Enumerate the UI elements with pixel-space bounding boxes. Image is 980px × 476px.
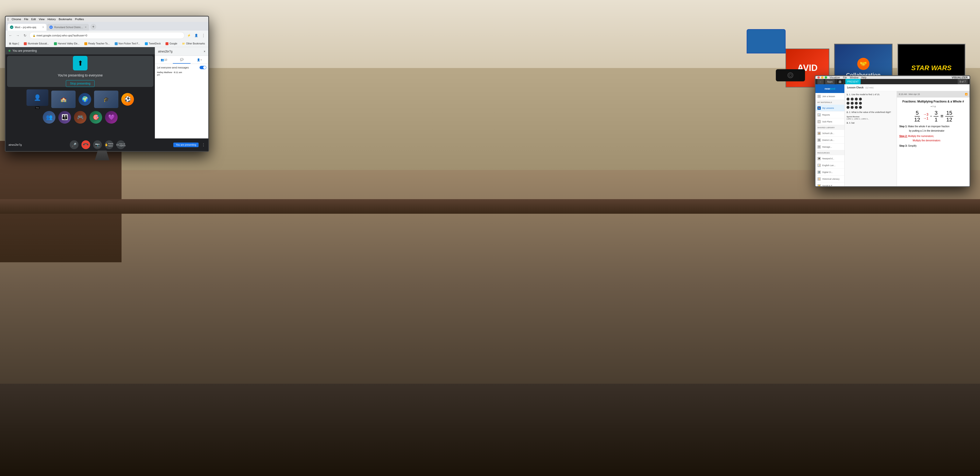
viz-back-button[interactable]: ← <box>818 79 824 84</box>
nav-sub-plans[interactable]: 📋 Sub Plans <box>815 118 845 125</box>
chat-close-icon[interactable]: × <box>204 50 205 53</box>
more-options-button[interactable]: ⋮ <box>202 143 205 147</box>
dot-4 <box>859 98 862 100</box>
apple-menu[interactable]:  <box>8 17 9 21</box>
tab-district[interactable]: R Romoland School District – C... × <box>47 24 89 30</box>
viz-menu-help[interactable]: Help <box>861 76 867 79</box>
manage-icon: ⚙ <box>818 145 821 149</box>
nav-nearpod-d[interactable]: 🎓 Nearpod d... <box>815 155 845 162</box>
raise-hand-button[interactable]: ✋Raise hand <box>105 140 113 149</box>
maximize-traffic-light[interactable] <box>825 76 827 79</box>
reload-button[interactable]: ↻ <box>22 33 28 38</box>
bookmark-illuminate[interactable]: Illuminate Educati... <box>22 42 50 46</box>
camera-button[interactable]: 📷 <box>93 140 102 149</box>
nonfiction-label: Non-Fiction Text F... <box>119 42 140 45</box>
chat-meeting-id: atrws2br7g <box>158 50 172 53</box>
history-menu[interactable]: History <box>48 18 56 21</box>
minimize-traffic-light[interactable] <box>821 76 824 79</box>
tab-meet[interactable]: M Meet – pcj-who-upq × <box>8 24 46 30</box>
nav-district-lib[interactable]: 🏛 District Lib... <box>815 137 845 144</box>
new-tab-button[interactable]: + <box>91 24 96 30</box>
presenting-area: You are presenting ⬆ You're presenting t… <box>6 47 155 138</box>
edit-menu[interactable]: Edit <box>31 18 36 21</box>
bookmark-harvest[interactable]: Harvest Valley Ele... <box>52 42 81 46</box>
nav-reports[interactable]: 📊 Reports <box>815 111 845 118</box>
sub-plans-icon: 📋 <box>818 120 821 123</box>
bookmark-tweetdeck[interactable]: TweetDeck <box>143 42 162 46</box>
chat-header: atrws2br7g × <box>155 47 208 56</box>
traffic-lights <box>818 76 827 79</box>
nav-english[interactable]: 📝 English Lan... <box>815 162 845 169</box>
viz-titlebar: Visualizer File Window Help VISUALIZER <box>815 76 970 79</box>
tab-add[interactable]: 👤+ <box>191 56 208 63</box>
address-bar[interactable]: 🔒 meet.google.com/pcj-who-upq?authuser=0 <box>29 32 185 39</box>
harvest-label: Harvest Valley Ele... <box>58 42 80 45</box>
manage-label: Manage... <box>822 146 832 148</box>
extensions-button[interactable]: ⚡ <box>186 33 192 38</box>
nav-social[interactable]: 🤝 Social & E... <box>815 182 845 187</box>
view-menu[interactable]: View <box>39 18 45 21</box>
bookmark-apps[interactable]: ⊞ Apps [ <box>8 41 21 46</box>
bookmark-other[interactable]: 📁 Other Bookmarks <box>181 42 206 45</box>
forward-button[interactable]: → <box>15 33 21 38</box>
nav-manage[interactable]: ⚙ Manage... <box>815 144 845 150</box>
tab-meet-close[interactable]: × <box>42 25 44 29</box>
lock-icon: 🔒 <box>33 34 35 37</box>
file-menu[interactable]: File <box>24 18 29 21</box>
back-button[interactable]: ← <box>8 33 13 38</box>
tab-district-close[interactable]: × <box>85 25 86 29</box>
tab-chat[interactable]: 💬 <box>173 56 191 63</box>
nav-school-lib[interactable]: 🏫 School Lib... <box>815 130 845 137</box>
captions-button[interactable]: CCTurn on captions <box>116 140 125 149</box>
viz-menu-visualizer[interactable]: Visualizer <box>830 76 840 79</box>
fraction-2: 3 1 <box>934 110 939 123</box>
google-label: Google <box>169 42 177 45</box>
local-label: You <box>35 106 40 109</box>
bookmark-google[interactable]: Google <box>164 42 179 46</box>
chrome-menu[interactable]: Chrome <box>12 18 21 21</box>
desk-surface <box>0 199 980 214</box>
nav-join-lesson[interactable]: + Join a lesson <box>815 93 845 100</box>
nav-digital-ci[interactable]: 💻 Digital Ci... <box>815 169 845 176</box>
classroom-thumb-1: 🏫 <box>51 90 76 108</box>
chat-panel: atrws2br7g × 👥 10 💬 👤+ <box>155 47 208 138</box>
profile-button[interactable]: 👤 <box>193 33 199 38</box>
viz-present-button[interactable]: PRESENT <box>845 79 861 84</box>
lessons-label: My Lessons <box>822 107 834 109</box>
viz-content: nearpod + Join a lesson MY MATERIALS 📚 M… <box>815 84 970 187</box>
viz-menu-window[interactable]: Window <box>850 76 859 79</box>
dot-12 <box>859 106 862 109</box>
more-button[interactable]: ⋮ <box>200 33 206 38</box>
webcam-lens-inner <box>789 74 792 76</box>
profiles-menu[interactable]: Profiles <box>75 18 84 21</box>
wb-time: 8:15 AM · Mon Apr 15 <box>899 93 920 95</box>
end-call-button[interactable]: 📞 <box>80 139 92 151</box>
bookmarks-menu[interactable]: Bookmarks <box>59 18 72 21</box>
wb-subtitle: • = x <box>899 105 967 108</box>
stop-presenting-button[interactable]: Stop presenting <box>66 80 95 87</box>
svg-rect-0 <box>839 81 841 83</box>
english-icon: 📝 <box>818 164 821 167</box>
bookmark-nonfiction[interactable]: Non-Fiction Text F... <box>113 42 142 46</box>
mic-button[interactable]: 🎤 <box>70 140 78 149</box>
nav-my-lessons[interactable]: 📚 My Lessons <box>815 105 845 111</box>
apps-icon: ⊞ <box>9 42 11 45</box>
arrow-group-1: →3 →1 <box>923 113 929 120</box>
tweetdeck-icon <box>145 42 148 45</box>
bookmark-ready[interactable]: Ready Teacher To... <box>83 42 111 46</box>
viz-apps-button[interactable]: Apps <box>825 79 835 84</box>
webcam-lens <box>788 72 793 78</box>
toggle-switch[interactable] <box>200 66 206 69</box>
people-count: 10 <box>164 58 167 61</box>
tab-people[interactable]: 👥 10 <box>155 56 173 63</box>
sub-plans-label: Sub Plans <box>822 121 832 123</box>
participant-6: 🎯 <box>89 111 102 124</box>
nav-historical[interactable]: 📜 Historical Literacy <box>815 176 845 182</box>
participant-local: 👤 You <box>27 89 48 109</box>
chat-toggle-row: Let everyone send messages <box>157 66 206 69</box>
dot-8 <box>859 102 862 105</box>
viz-menu-file[interactable]: File <box>843 76 847 79</box>
viz-home-icon[interactable] <box>836 79 844 84</box>
viz-title-label: VISUALIZER <box>952 76 967 79</box>
close-traffic-light[interactable] <box>818 76 820 79</box>
